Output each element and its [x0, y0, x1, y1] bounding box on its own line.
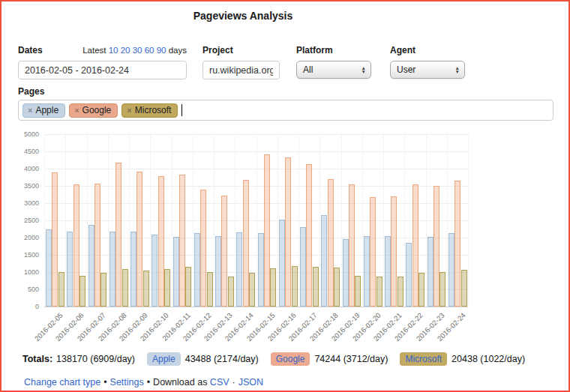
gridline-v — [44, 134, 45, 307]
token-google[interactable]: × Google — [69, 103, 118, 118]
token-apple[interactable]: × Apple — [22, 103, 65, 118]
bar-microsoft-2016-02-15 — [270, 268, 276, 307]
bar-apple-2016-02-05 — [46, 229, 52, 307]
platform-select[interactable]: All ▲▼ — [296, 61, 371, 79]
dates-field-group: Dates Latest 10 20 30 60 90 days — [18, 45, 187, 79]
date-range-input[interactable] — [18, 61, 187, 79]
footer-links: Change chart type•Settings•Download as C… — [24, 377, 263, 388]
totals-row: Totals: 138170 (6909/day) Apple 43488 (2… — [22, 352, 525, 366]
download-as-text: Download as — [153, 377, 207, 388]
google-legend-badge[interactable]: Google — [271, 352, 310, 366]
bar-apple-2016-02-14 — [236, 232, 242, 307]
microsoft-total-value: 20438 (1022/day) — [452, 354, 525, 364]
select-stepper-icon: ▲▼ — [455, 66, 460, 73]
bar-google-2016-02-05 — [52, 172, 58, 307]
separator-dot: • — [104, 377, 106, 388]
gridline-v — [65, 134, 66, 307]
totals-overall-value: 138170 (6909/day) — [56, 354, 135, 364]
bar-apple-2016-02-12 — [194, 233, 200, 307]
bar-microsoft-2016-02-22 — [418, 273, 424, 307]
remove-token-icon[interactable]: × — [74, 106, 79, 115]
project-input[interactable] — [202, 61, 280, 79]
bar-microsoft-2016-02-08 — [122, 269, 128, 307]
bar-microsoft-2016-02-21 — [398, 277, 404, 307]
bar-apple-2016-02-23 — [428, 237, 434, 307]
latest-20-link[interactable]: 20 — [121, 46, 130, 55]
apple-legend-badge[interactable]: Apple — [147, 352, 181, 366]
remove-token-icon[interactable]: × — [28, 106, 32, 115]
separator-middot: · — [232, 377, 236, 388]
bar-apple-2016-02-20 — [364, 236, 370, 307]
token-label: Microsoft — [135, 105, 172, 115]
bar-apple-2016-02-18 — [321, 215, 327, 307]
gridline-v — [129, 134, 130, 307]
bar-microsoft-2016-02-10 — [164, 269, 170, 307]
y-tick-label: 1500 — [2, 251, 39, 259]
remove-token-icon[interactable]: × — [127, 106, 131, 115]
bar-google-2016-02-23 — [434, 186, 440, 307]
gridline-v — [362, 134, 363, 307]
text-cursor — [182, 104, 182, 116]
gridline-v — [172, 134, 172, 307]
latest-90-link[interactable]: 90 — [157, 46, 166, 55]
dates-label: Dates — [18, 45, 43, 55]
token-microsoft[interactable]: × Microsoft — [122, 103, 178, 118]
bar-google-2016-02-12 — [200, 190, 206, 307]
pages-token-input[interactable]: × Apple × Google × Microsoft — [18, 100, 554, 121]
token-label: Apple — [35, 105, 58, 115]
settings-link[interactable]: Settings — [110, 377, 144, 388]
change-chart-type-link[interactable]: Change chart type — [24, 377, 100, 388]
latest-30-link[interactable]: 30 — [133, 46, 142, 55]
gridline-v — [256, 134, 257, 307]
bar-google-2016-02-07 — [94, 184, 100, 307]
gridline-v — [468, 134, 469, 307]
bar-google-2016-02-16 — [285, 157, 291, 307]
page-title: Pageviews Analysis — [18, 10, 468, 22]
gridline-v — [87, 134, 88, 307]
gridline-v — [235, 134, 236, 307]
token-label: Google — [82, 105, 112, 115]
y-tick-label: 5000 — [2, 130, 39, 138]
bar-google-2016-02-17 — [306, 164, 312, 307]
latest-10-link[interactable]: 10 — [109, 46, 118, 55]
bar-microsoft-2016-02-18 — [334, 268, 340, 307]
bar-apple-2016-02-22 — [406, 243, 412, 307]
agent-label: Agent — [390, 45, 416, 55]
bar-microsoft-2016-02-13 — [228, 277, 234, 307]
bar-google-2016-02-06 — [74, 184, 80, 307]
gridline-v — [298, 134, 299, 307]
select-stepper-icon: ▲▼ — [362, 66, 366, 73]
bar-google-2016-02-11 — [179, 175, 185, 307]
latest-60-link[interactable]: 60 — [145, 46, 154, 55]
chart-plot-area — [44, 134, 468, 307]
bar-microsoft-2016-02-20 — [376, 277, 382, 307]
gridline-v — [108, 134, 109, 307]
bar-google-2016-02-14 — [243, 180, 249, 307]
bar-google-2016-02-08 — [116, 163, 122, 307]
microsoft-legend-badge[interactable]: Microsoft — [400, 352, 447, 366]
agent-selected-value: User — [397, 64, 416, 75]
y-tick-label: 4500 — [2, 148, 39, 155]
bar-apple-2016-02-16 — [279, 220, 285, 307]
download-csv-link[interactable]: CSV — [210, 377, 230, 388]
gridline-v — [447, 134, 448, 307]
y-tick-label: 2000 — [2, 234, 39, 241]
bar-apple-2016-02-19 — [343, 239, 349, 307]
bar-microsoft-2016-02-09 — [143, 271, 149, 307]
download-json-link[interactable]: JSON — [238, 377, 263, 388]
gridline-v — [278, 134, 278, 307]
y-tick-label: 500 — [2, 286, 39, 293]
apple-total-value: 43488 (2174/day) — [185, 354, 259, 364]
agent-select[interactable]: User ▲▼ — [390, 61, 465, 79]
project-label: Project — [202, 45, 233, 55]
separator-dot: • — [147, 377, 150, 388]
bar-apple-2016-02-09 — [130, 232, 136, 307]
platform-field-group: Platform All ▲▼ — [296, 45, 371, 79]
project-field-group: Project — [202, 45, 280, 79]
pageviews-analysis-app: { "page": { "title": "Pageviews Analysis… — [0, 0, 570, 392]
bar-apple-2016-02-08 — [110, 232, 116, 307]
bar-google-2016-02-20 — [370, 197, 376, 307]
y-tick-label: 1000 — [2, 268, 39, 276]
bar-apple-2016-02-17 — [300, 227, 306, 307]
y-tick-label: 2500 — [2, 217, 39, 224]
